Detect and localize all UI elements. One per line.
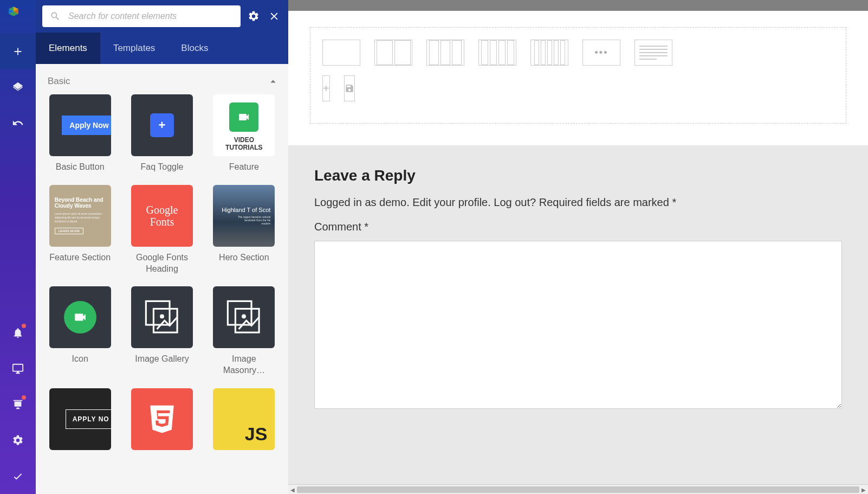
element-card[interactable]: VIDEOTUTORIALSFeature [211,94,277,173]
scroll-right-arrow[interactable]: ▶ [859,485,868,494]
search-icon [50,11,61,22]
section-basic-header[interactable]: Basic [47,73,277,94]
tab-blocks[interactable]: Blocks [168,33,221,64]
search-input[interactable] [68,11,233,21]
nav-strip [0,0,36,494]
reply-meta: Logged in as demo. Edit your profile. Lo… [314,196,842,209]
layout-add[interactable]: + [322,75,330,101]
element-card[interactable]: +Faq Toggle [128,94,195,173]
element-thumb: Apply Now [49,94,111,156]
element-label: Feature [229,162,259,173]
layers-button[interactable] [0,69,36,105]
element-thumb: Highland T of ScotThe region became cult… [213,185,275,247]
element-card[interactable]: Apply NowBasic Button [47,94,113,173]
element-label: Faq Toggle [141,162,184,173]
tab-elements[interactable]: Elements [36,33,100,64]
section-title: Basic [48,76,70,87]
close-panel-button[interactable] [267,9,282,24]
element-label: Google Fonts Heading [128,252,195,275]
scroll-thumb[interactable] [297,486,859,493]
comment-label: Comment * [314,221,368,233]
tab-templates[interactable]: Templates [100,33,168,64]
element-label: Hero Section [219,252,269,264]
element-thumb [131,388,193,450]
element-card[interactable] [128,388,195,450]
element-label: Basic Button [56,162,105,173]
element-thumb [213,286,275,348]
panel-body: Basic Apply NowBasic Button+Faq ToggleVI… [36,64,288,494]
layout-2col[interactable] [374,40,412,66]
notifications-button[interactable] [0,315,36,351]
close-icon [268,10,280,22]
presentation-button[interactable] [0,387,36,422]
svg-point-6 [160,315,164,319]
element-thumb: JS [213,388,275,450]
layout-3col[interactable] [426,40,464,66]
app-logo [8,5,28,26]
chevron-up-icon [270,78,276,85]
element-thumb: GoogleFonts [131,185,193,247]
reply-section: Leave a Reply Logged in as demo. Edit yo… [288,145,868,484]
element-thumb [131,286,193,348]
layout-placeholder-zone: ••• + [310,27,846,124]
comment-textarea[interactable] [314,241,842,409]
panel-header [36,0,288,33]
element-card[interactable]: Icon [47,286,113,376]
settings-button[interactable] [0,422,36,458]
panel-settings-button[interactable] [246,9,261,24]
undo-button[interactable] [0,105,36,141]
panel-tabs: Elements Templates Blocks [36,33,288,64]
element-thumb: + [131,94,193,156]
element-card[interactable]: GoogleFontsGoogle Fonts Heading [128,185,195,275]
element-card[interactable]: APPLY NO [47,388,113,450]
elements-panel: Elements Templates Blocks Basic Apply No… [36,0,288,494]
layout-5col[interactable] [530,40,568,66]
element-thumb [49,286,111,348]
reply-heading: Leave a Reply [314,167,842,184]
layout-template[interactable] [344,75,355,101]
element-card[interactable]: Beyond Beach and Cloudy WavesLorem ipsum… [47,185,113,275]
element-label: Feature Section [49,252,111,264]
desktop-preview-button[interactable] [0,351,36,387]
add-element-button[interactable] [0,34,36,69]
element-card[interactable]: Image Masonry… [211,286,277,376]
layout-1col[interactable] [322,40,360,66]
canvas-area: ••• + Leave a Reply Logged in as demo. E… [288,0,868,494]
element-card[interactable]: Image Gallery [128,286,195,376]
layout-more[interactable]: ••• [582,40,620,66]
svg-point-9 [242,315,246,319]
element-thumb: Beyond Beach and Cloudy WavesLorem ipsum… [49,185,111,247]
element-label: Image Gallery [135,354,189,365]
horizontal-scrollbar[interactable]: ◀ ▶ [288,484,868,494]
element-thumb: APPLY NO [49,388,111,450]
element-label: Icon [72,354,88,365]
element-thumb: VIDEOTUTORIALS [213,94,275,156]
confirm-button[interactable] [0,458,36,494]
scroll-left-arrow[interactable]: ◀ [288,485,297,494]
element-label: Image Masonry… [211,354,277,376]
element-card[interactable]: Highland T of ScotThe region became cult… [211,185,277,275]
layout-4col[interactable] [478,40,516,66]
elements-grid: Apply NowBasic Button+Faq ToggleVIDEOTUT… [47,94,277,450]
element-card[interactable]: JS [211,388,277,450]
canvas[interactable]: ••• + Leave a Reply Logged in as demo. E… [288,11,868,484]
layout-text[interactable] [634,40,672,66]
search-box[interactable] [42,5,241,27]
